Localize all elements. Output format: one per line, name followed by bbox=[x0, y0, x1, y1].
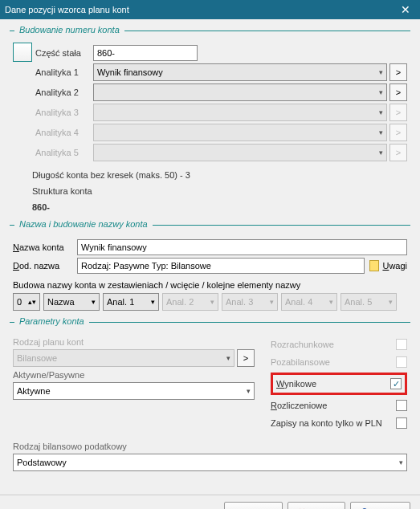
legend-params: Parametry konta bbox=[14, 316, 89, 326]
ana2-label: Analityka 2 bbox=[35, 88, 93, 97]
chk-pozabil bbox=[396, 356, 407, 368]
chevron-down-icon: ▾ bbox=[379, 149, 383, 157]
chk-pln-label: Zapisy na konto tylko w PLN bbox=[271, 418, 382, 428]
form-icon bbox=[13, 43, 32, 62]
ana2-go-button[interactable]: > bbox=[389, 83, 407, 101]
ana5-label: Analityka 5 bbox=[35, 148, 93, 157]
ana2-select[interactable]: ▾ bbox=[93, 83, 387, 101]
note-icon bbox=[369, 260, 379, 271]
chk-pozabil-label: Pozabilansowe bbox=[271, 357, 330, 367]
window-title: Dane pozycji wzorca planu kont bbox=[5, 5, 129, 14]
ana4-select: ▾ bbox=[93, 124, 387, 141]
const-label: Część stała bbox=[35, 48, 93, 58]
chk-rozrach bbox=[396, 339, 407, 350]
legend-build: Budowanie numeru konta bbox=[14, 25, 124, 35]
ana3-select: ▾ bbox=[93, 104, 387, 121]
name-input[interactable] bbox=[77, 239, 407, 255]
chain-c5: Anal. 4▾ bbox=[281, 293, 337, 311]
chk-wynikowe-label: Wynikowe bbox=[276, 379, 316, 389]
chk-rozlicz-label: Rozliczeniowe bbox=[271, 401, 327, 410]
struct-label: Struktura konta bbox=[32, 186, 407, 196]
struct-value: 860- bbox=[32, 202, 407, 212]
notes-link[interactable]: Uwagi bbox=[369, 260, 407, 271]
ana4-label: Analityka 4 bbox=[35, 128, 93, 137]
const-input[interactable] bbox=[93, 45, 198, 61]
chevron-down-icon: ▾ bbox=[379, 108, 383, 116]
plan-go-button[interactable]: > bbox=[237, 349, 255, 367]
plan-select: Bilansowe▾ bbox=[13, 349, 234, 367]
chain-c1[interactable]: Nazwa▾ bbox=[43, 293, 100, 311]
ana1-select[interactable]: Wynik finansowy▾ bbox=[93, 63, 387, 81]
addname-input[interactable] bbox=[77, 258, 365, 274]
chevron-down-icon: ▾ bbox=[379, 68, 383, 76]
ana4-go-button: > bbox=[389, 124, 407, 141]
ana1-go-button[interactable]: > bbox=[389, 63, 407, 81]
chain-c3: Anal. 2▾ bbox=[162, 293, 218, 311]
chk-rozrach-label: Rozrachunkowe bbox=[271, 340, 334, 349]
chk-wynikowe[interactable]: ✓ bbox=[390, 378, 402, 389]
ana3-go-button: > bbox=[389, 104, 407, 121]
save-button[interactable]: ✔Zapisz bbox=[224, 502, 283, 509]
tax-label: Rodzaj bilansowo podatkowy bbox=[13, 442, 407, 451]
plan-label: Rodzaj planu kont bbox=[13, 337, 255, 347]
ana1-label: Analityka 1 bbox=[35, 67, 93, 77]
close-icon[interactable]: ✕ bbox=[396, 3, 415, 16]
cancel-button[interactable]: ✖Anuluj bbox=[287, 502, 345, 509]
chevron-down-icon: ▾ bbox=[379, 128, 383, 136]
length-info: Długość konta bez kresek (maks. 50) - 3 bbox=[32, 170, 407, 180]
name-label: NNazwa kontaazwa konta bbox=[13, 242, 77, 252]
chain-c4: Anal. 3▾ bbox=[222, 293, 278, 311]
chain-c6: Anal. 5▾ bbox=[340, 293, 397, 311]
ana5-select: ▾ bbox=[93, 144, 387, 161]
addname-label: Dod. nazwa bbox=[13, 261, 77, 271]
ana3-label: Analityka 3 bbox=[35, 108, 93, 117]
chevron-down-icon: ▾ bbox=[379, 88, 383, 96]
help-button[interactable]: ?Pomoc bbox=[350, 502, 410, 509]
tax-select[interactable]: Podstawowy▾ bbox=[13, 454, 407, 471]
build-desc: Budowa nazwy konta w zestawieniach / wci… bbox=[13, 280, 407, 290]
ana5-go-button: > bbox=[389, 144, 407, 161]
chk-rozlicz[interactable] bbox=[396, 400, 407, 411]
legend-name: Nazwa i budowanie nazwy konta bbox=[14, 219, 153, 229]
chain-c2[interactable]: Anal. 1▾ bbox=[103, 293, 159, 311]
ap-label: Aktywne/Pasywne bbox=[13, 370, 255, 380]
indent-spin[interactable]: 0▴▾ bbox=[13, 293, 40, 311]
ap-select[interactable]: Aktywne▾ bbox=[13, 382, 255, 400]
chk-pln[interactable] bbox=[396, 417, 407, 429]
